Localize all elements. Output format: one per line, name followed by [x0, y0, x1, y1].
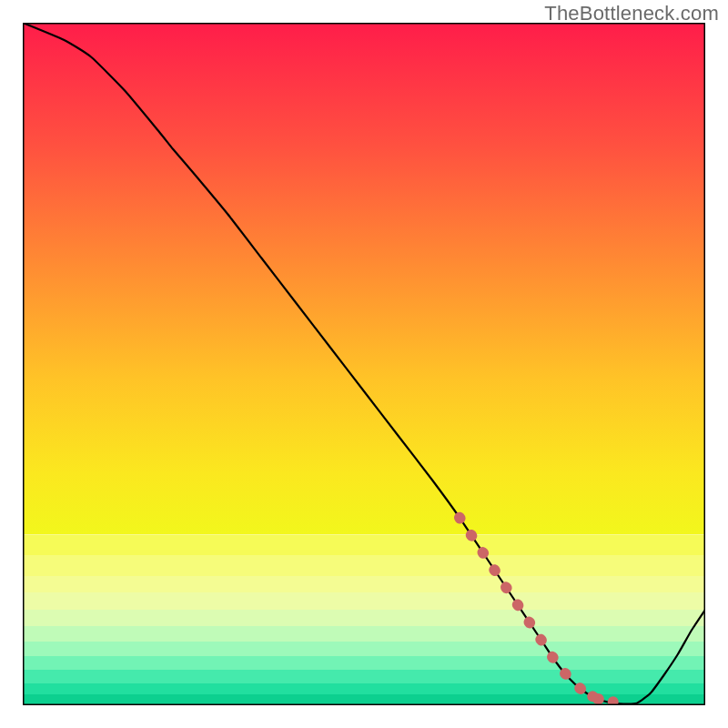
svg-point-12	[587, 691, 598, 702]
svg-rect-1	[23, 535, 705, 556]
gradient-background	[23, 23, 705, 535]
threshold-bands	[23, 535, 705, 706]
svg-rect-8	[23, 656, 705, 671]
bottleneck-chart	[23, 23, 705, 705]
svg-rect-3	[23, 576, 705, 593]
svg-rect-5	[23, 610, 705, 627]
svg-rect-6	[23, 626, 705, 642]
watermark-text: TheBottleneck.com	[544, 2, 719, 25]
svg-rect-2	[23, 555, 705, 576]
svg-rect-10	[23, 683, 705, 695]
svg-rect-9	[23, 670, 705, 684]
svg-rect-4	[23, 592, 705, 610]
svg-rect-7	[23, 642, 705, 657]
chart-frame: TheBottleneck.com	[0, 0, 728, 728]
